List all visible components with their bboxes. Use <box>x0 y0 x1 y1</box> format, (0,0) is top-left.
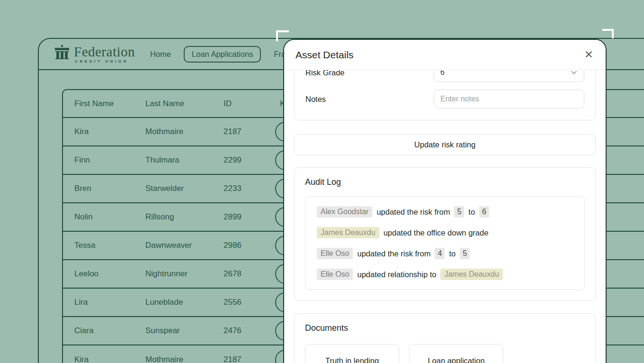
cell-id: 2299 <box>224 155 275 165</box>
cell-id: 2476 <box>224 326 275 336</box>
documents-title: Documents <box>305 323 585 333</box>
audit-chip-user: Elle Oso <box>317 248 353 259</box>
cell-last-name: Mothmaire <box>145 355 224 363</box>
update-risk-rating-button[interactable]: Update risk rating <box>294 134 596 155</box>
notes-input[interactable] <box>440 95 578 103</box>
document-buttons: Truth in lendingLoan application <box>305 344 585 363</box>
audit-text: to <box>468 208 475 217</box>
cell-id: 2187 <box>224 127 275 136</box>
modal-header: Asset Details ✕ <box>284 40 606 70</box>
brand-logo: Federation CREDIT UNION <box>55 45 135 64</box>
cell-first-name: Kira <box>74 355 145 363</box>
cell-last-name: Sunspear <box>145 326 224 336</box>
audit-log-card: Audit Log Alex Goodstarupdated the risk … <box>294 167 596 301</box>
audit-text: updated relationship to <box>357 270 436 279</box>
brand-tagline: CREDIT UNION <box>74 59 135 64</box>
audit-chip-value: 5 <box>460 248 470 259</box>
risk-form-card: Risk Grade 6 Notes <box>294 70 596 120</box>
cell-id: 2187 <box>224 355 275 363</box>
audit-chip-user-highlight: James Deauxdu <box>440 269 503 280</box>
audit-chip-value: 6 <box>479 206 489 218</box>
cell-first-name: Finn <box>74 155 145 165</box>
audit-log-entry: Elle Osoupdated relationship toJames Dea… <box>317 264 573 285</box>
corner-bracket-top-right-icon <box>602 29 614 38</box>
documents-card: Documents Truth in lendingLoan applicati… <box>294 313 596 363</box>
notes-row: Notes <box>305 90 584 109</box>
table-header-cell: First Name <box>74 99 145 109</box>
cell-first-name: Lira <box>74 298 145 307</box>
brand-name: Federation <box>74 45 135 59</box>
audit-chip-value: 5 <box>454 206 464 218</box>
table-header-cell: ID <box>224 99 275 109</box>
cell-last-name: Starwelder <box>145 184 224 193</box>
nav-item-loan-applications[interactable]: Loan Applications <box>184 46 261 63</box>
main-nav: HomeLoan ApplicationsFraud <box>150 46 294 63</box>
cell-last-name: Mothmaire <box>145 127 224 136</box>
audit-log-panel: Alex Goodstarupdated the risk from5to6Ja… <box>305 196 585 290</box>
nav-item-home[interactable]: Home <box>150 50 171 59</box>
audit-log-entry: James Deauxduupdated the office down gra… <box>317 222 573 243</box>
audit-text: updated the risk from <box>376 208 450 217</box>
notes-label: Notes <box>305 95 434 104</box>
cell-id: 2678 <box>224 269 275 279</box>
risk-grade-row: Risk Grade 6 <box>305 70 584 82</box>
document-button-truth-in-lending[interactable]: Truth in lending <box>305 344 399 363</box>
cell-first-name: Kira <box>74 127 145 136</box>
cell-id: 2233 <box>224 184 275 193</box>
cell-last-name: Luneblade <box>145 298 224 307</box>
cell-id: 2899 <box>224 212 275 222</box>
bank-icon <box>55 45 69 62</box>
close-icon[interactable]: ✕ <box>584 49 593 60</box>
cell-id: 2986 <box>224 241 275 250</box>
modal-body: Risk Grade 6 Notes Update risk rating Au… <box>284 70 606 363</box>
chevron-down-icon <box>570 70 578 76</box>
audit-chip-user: Elle Oso <box>317 269 353 280</box>
table-header-cell: Last Name <box>145 99 224 109</box>
corner-bracket-top-left-icon <box>276 30 289 41</box>
cell-first-name: Ciara <box>74 326 145 336</box>
cell-last-name: Dawnweaver <box>145 241 224 250</box>
audit-log-entry: Alex Goodstarupdated the risk from5to6 <box>317 201 573 222</box>
cell-first-name: Leeloo <box>74 269 145 279</box>
risk-grade-label: Risk Grade <box>305 70 434 77</box>
cell-last-name: Rillsong <box>145 212 224 222</box>
cell-last-name: Thulmara <box>145 155 224 165</box>
cell-id: 2556 <box>224 298 275 307</box>
cell-first-name: Bren <box>74 184 145 193</box>
asset-details-modal: Asset Details ✕ Risk Grade 6 Notes Up <box>283 39 607 363</box>
risk-grade-value: 6 <box>440 70 445 77</box>
audit-text: updated the risk from <box>357 249 430 258</box>
cell-first-name: Tessa <box>74 241 145 250</box>
document-button-loan-application[interactable]: Loan application <box>409 344 503 363</box>
audit-chip-user: Alex Goodstar <box>317 206 372 218</box>
audit-chip-user-highlight: James Deauxdu <box>317 227 379 238</box>
audit-chip-value: 4 <box>435 248 445 259</box>
audit-text: updated the office down grade <box>384 228 489 237</box>
audit-text: to <box>449 249 456 258</box>
notes-field-wrap <box>434 90 584 109</box>
risk-grade-select[interactable]: 6 <box>434 70 584 82</box>
audit-log-entry: Elle Osoupdated the risk from4to5 <box>317 243 573 264</box>
cell-first-name: Nolin <box>74 212 145 222</box>
audit-log-title: Audit Log <box>305 177 585 187</box>
modal-title: Asset Details <box>295 49 354 61</box>
cell-last-name: Nightrunner <box>145 269 224 279</box>
